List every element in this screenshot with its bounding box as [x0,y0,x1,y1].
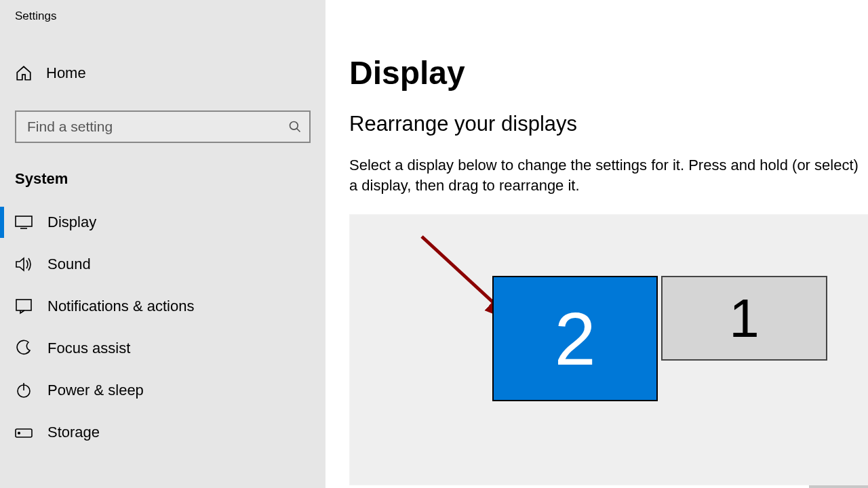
display-icon [15,214,33,231]
power-icon [15,382,33,399]
search-container [15,110,311,143]
search-input[interactable] [15,110,311,143]
sidebar-item-display[interactable]: Display [0,201,326,243]
settings-sidebar: Settings Home System [0,0,326,488]
sidebar-item-home[interactable]: Home [0,52,326,94]
svg-line-1 [297,129,300,132]
svg-point-0 [290,122,298,130]
sidebar-item-label: Notifications & actions [47,298,194,315]
page-subheading: Rearrange your displays [349,112,868,136]
search-icon [286,118,304,136]
sidebar-item-label: Storage [47,424,100,441]
sidebar-item-power-sleep[interactable]: Power & sleep [0,369,326,411]
svg-rect-2 [16,216,32,226]
sidebar-item-sound[interactable]: Sound [0,243,326,285]
storage-icon [15,424,33,441]
sidebar-item-storage[interactable]: Storage [0,411,326,453]
sidebar-item-label: Sound [47,256,91,273]
monitor-number: 1 [729,287,760,350]
sidebar-section-title: System [0,157,326,201]
sound-icon [15,256,33,273]
svg-rect-4 [16,300,31,310]
main-content: Display Rearrange your displays Select a… [326,0,868,488]
display-arrangement-area[interactable]: 2 1 Identify [349,214,868,485]
sidebar-item-focus-assist[interactable]: Focus assist [0,327,326,369]
sidebar-item-label: Power & sleep [47,382,144,399]
sidebar-item-label: Display [47,214,96,231]
monitor-tile-1[interactable]: 1 [661,276,827,361]
monitor-tile-2[interactable]: 2 [492,276,658,401]
focus-assist-icon [15,340,33,357]
home-icon [15,64,33,82]
monitor-number: 2 [554,296,595,382]
sidebar-item-label: Focus assist [47,340,130,357]
notifications-icon [15,298,33,315]
page-description: Select a display below to change the set… [349,155,868,195]
svg-point-8 [18,432,20,434]
sidebar-item-notifications[interactable]: Notifications & actions [0,285,326,327]
window-title: Settings [0,0,326,28]
page-title: Display [349,54,868,92]
identify-button[interactable]: Identify [809,485,868,488]
home-label: Home [46,64,86,82]
